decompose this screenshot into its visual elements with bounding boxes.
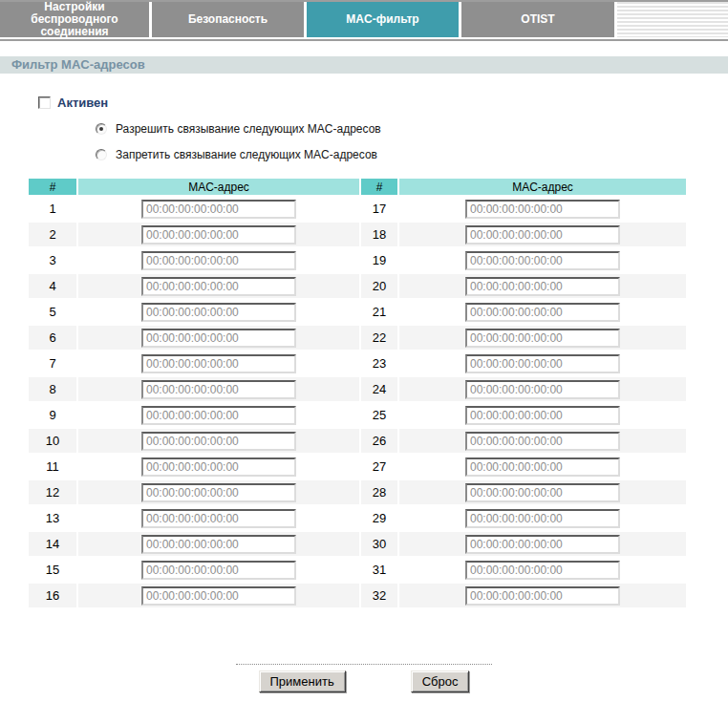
col-header-mac-right: MAC-адрес: [399, 179, 686, 195]
row-number-right: 32: [361, 584, 397, 607]
mac-input-right[interactable]: [465, 277, 620, 296]
row-number-left: 15: [29, 558, 76, 582]
row-number-left: 16: [29, 584, 76, 607]
tab-bar-divider: [0, 39, 728, 41]
row-number-left: 14: [29, 532, 76, 556]
mac-input-right[interactable]: [465, 586, 620, 606]
row-number-right: 31: [361, 558, 397, 582]
tab-bar: Настройки беспроводного соединения Безоп…: [0, 0, 728, 41]
mac-input-left[interactable]: [141, 561, 296, 580]
mac-input-right[interactable]: [465, 251, 620, 270]
mac-input-left[interactable]: [141, 509, 296, 528]
page-title-bar: Фильтр MAC-адресов: [0, 56, 728, 74]
table-row: 10 26: [29, 429, 686, 453]
mac-input-right[interactable]: [465, 329, 620, 348]
table-row: 3 19: [29, 248, 686, 272]
active-checkbox-label: Активен: [57, 96, 108, 110]
mac-input-right[interactable]: [465, 509, 620, 528]
tab-otist-label: OTIST: [521, 13, 554, 26]
row-number-left: 6: [29, 326, 76, 350]
deny-radio[interactable]: [96, 149, 107, 160]
row-number-right: 27: [361, 455, 397, 479]
row-number-right: 24: [361, 377, 397, 401]
dotted-separator: [236, 664, 492, 665]
row-number-left: 11: [29, 455, 76, 479]
active-checkbox[interactable]: [38, 96, 51, 109]
mac-input-left[interactable]: [141, 483, 296, 502]
mac-input-right[interactable]: [465, 432, 620, 451]
mac-input-right[interactable]: [465, 354, 620, 373]
mac-input-right[interactable]: [465, 200, 620, 219]
mac-input-left[interactable]: [141, 586, 296, 606]
mac-input-left[interactable]: [141, 225, 296, 245]
table-header-row: # MAC-адрес # MAC-адрес: [29, 179, 686, 195]
filter-controls: Активен Разрешить связывание следующих M…: [38, 96, 728, 161]
mac-input-right[interactable]: [465, 483, 620, 502]
col-header-num-right: #: [361, 179, 397, 195]
mac-input-right[interactable]: [465, 225, 620, 245]
row-number-left: 10: [29, 429, 76, 453]
mac-input-right[interactable]: [465, 303, 620, 322]
tab-mac-filter[interactable]: MAC-фильтр: [307, 2, 459, 37]
mac-input-right[interactable]: [465, 380, 620, 399]
row-number-right: 30: [361, 532, 397, 556]
table-row: 1 17: [29, 197, 686, 221]
allow-radio-label: Разрешить связывание следующих MAC-адрес…: [116, 122, 381, 136]
tab-otist[interactable]: OTIST: [461, 2, 614, 37]
tab-wireless-settings-label: Настройки беспроводного соединения: [4, 1, 145, 38]
table-row: 7 23: [29, 351, 686, 375]
deny-radio-row: Запретить связывание следующих MAC-адрес…: [96, 148, 728, 161]
col-header-num-left: #: [29, 179, 76, 195]
page-title: Фильтр MAC-адресов: [11, 57, 145, 72]
row-number-left: 2: [29, 223, 76, 246]
mac-input-left[interactable]: [141, 535, 296, 554]
row-number-right: 17: [361, 197, 397, 221]
mac-input-left[interactable]: [141, 406, 296, 425]
mac-input-left[interactable]: [141, 251, 296, 270]
row-number-left: 5: [29, 300, 76, 324]
mac-input-right[interactable]: [465, 535, 620, 554]
row-number-right: 22: [361, 326, 397, 350]
mac-address-table: # MAC-адрес # MAC-адрес 1 17 2 18 3 19 4…: [27, 177, 688, 609]
row-number-right: 26: [361, 429, 397, 453]
tab-wireless-settings[interactable]: Настройки беспроводного соединения: [0, 2, 149, 37]
mac-input-left[interactable]: [141, 200, 296, 219]
mac-input-left[interactable]: [141, 380, 296, 399]
row-number-right: 23: [361, 351, 397, 375]
row-number-left: 7: [29, 351, 76, 375]
table-row: 16 32: [29, 584, 686, 607]
table-row: 12 28: [29, 480, 686, 504]
mac-input-left[interactable]: [141, 277, 296, 296]
mac-input-left[interactable]: [141, 303, 296, 322]
reset-button[interactable]: Сброс: [411, 670, 470, 692]
row-number-left: 8: [29, 377, 76, 401]
row-number-right: 29: [361, 506, 397, 530]
mac-input-right[interactable]: [465, 457, 620, 477]
mac-input-right[interactable]: [465, 561, 620, 580]
row-number-left: 12: [29, 480, 76, 504]
tab-security[interactable]: Безопасность: [152, 2, 304, 37]
mac-input-left[interactable]: [141, 432, 296, 451]
mac-input-right[interactable]: [465, 406, 620, 425]
allow-radio-row: Разрешить связывание следующих MAC-адрес…: [96, 122, 728, 136]
table-row: 2 18: [29, 223, 686, 246]
tab-security-label: Безопасность: [188, 13, 268, 26]
active-checkbox-row: Активен: [38, 96, 728, 110]
row-number-left: 13: [29, 506, 76, 530]
tab-mac-filter-label: MAC-фильтр: [346, 13, 418, 26]
mac-input-left[interactable]: [141, 354, 296, 373]
table-row: 6 22: [29, 326, 686, 350]
row-number-left: 1: [29, 197, 76, 221]
apply-button[interactable]: Применить: [259, 670, 346, 692]
allow-radio[interactable]: [96, 123, 107, 135]
deny-radio-label: Запретить связывание следующих MAC-адрес…: [116, 148, 377, 161]
row-number-right: 20: [361, 274, 397, 298]
row-number-right: 25: [361, 403, 397, 427]
mac-input-left[interactable]: [141, 329, 296, 348]
table-row: 13 29: [29, 506, 686, 530]
row-number-left: 9: [29, 403, 76, 427]
tab-filler-stripes: [617, 2, 728, 37]
table-row: 8 24: [29, 377, 686, 401]
table-row: 11 27: [29, 455, 686, 479]
mac-input-left[interactable]: [141, 457, 296, 477]
